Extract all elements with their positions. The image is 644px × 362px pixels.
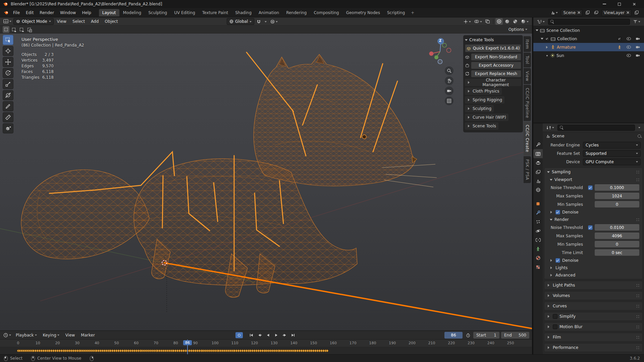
timeline-menu-playback[interactable]: Playback (13, 332, 40, 339)
tool-add-cube-button[interactable] (3, 123, 13, 133)
properties-tab-world[interactable] (533, 185, 543, 194)
workspace-tab-modeling[interactable]: Modeling (120, 9, 145, 16)
menu-window[interactable]: Window (57, 9, 79, 16)
hide-eye-icon[interactable] (627, 46, 631, 49)
playhead[interactable]: 86 (187, 340, 188, 354)
denoise-checkbox[interactable] (555, 210, 560, 215)
simplify-checkbox[interactable] (553, 314, 557, 319)
properties-tab-render[interactable] (533, 149, 543, 158)
shading-wireframe-button[interactable] (495, 18, 503, 25)
performance-header[interactable]: Performance (544, 344, 642, 352)
menu-help[interactable]: Help (79, 9, 94, 16)
sampling-panel-header[interactable]: Sampling (544, 168, 642, 176)
properties-tab-material[interactable] (533, 253, 543, 262)
sidebar-tab-psk-psa[interactable]: PSK / PSA (524, 156, 531, 183)
properties-tab-constraints[interactable] (533, 235, 543, 244)
play-button[interactable] (273, 332, 280, 338)
advanced-subpanel-header[interactable]: Advanced (544, 272, 642, 279)
navigation-gizmo[interactable]: Z (426, 36, 454, 64)
transform-orientation-dropdown[interactable]: Global (227, 18, 254, 25)
menu-select[interactable]: Select (70, 18, 88, 25)
timeline-menu-view[interactable]: View (63, 332, 77, 339)
mode-dropdown[interactable]: Object Mode (13, 18, 54, 25)
editor-type-button[interactable] (2, 18, 13, 25)
drag-grip-icon[interactable] (636, 325, 640, 329)
outliner-row-collection[interactable]: Collection (533, 35, 644, 43)
timeline-ruler[interactable]: 0102030405060708090100110120130140150160… (0, 340, 532, 347)
select-mode-set-button[interactable] (3, 26, 9, 33)
xray-toggle[interactable] (484, 18, 491, 25)
sidebar-tab-item[interactable]: Item (524, 36, 531, 52)
menu-file[interactable]: File (10, 9, 23, 16)
properties-editor-type-button[interactable] (545, 124, 555, 131)
current-frame-field[interactable]: 86 (444, 332, 463, 339)
snapping-dropdown[interactable] (263, 18, 268, 25)
jump-to-end-button[interactable] (289, 332, 297, 338)
outliner-search[interactable] (548, 19, 630, 25)
menu-render[interactable]: Render (37, 9, 57, 16)
toggle-ortho-button[interactable] (445, 97, 453, 105)
time-limit-field[interactable]: 0 sec (595, 249, 639, 256)
viewport-denoise-header[interactable]: Denoise (544, 208, 642, 216)
add-workspace-button[interactable]: + (409, 9, 417, 16)
properties-search-input[interactable] (566, 125, 633, 130)
render-engine-dropdown[interactable]: Cycles (583, 142, 641, 148)
drag-grip-icon[interactable] (636, 294, 640, 298)
properties-tab-object[interactable] (533, 199, 543, 208)
min-samples-field[interactable]: 0 (595, 201, 639, 207)
drag-grip-icon[interactable] (636, 170, 640, 174)
browse-scene-button[interactable] (549, 9, 559, 16)
keyframes-strip[interactable] (0, 347, 532, 355)
drag-grip-icon[interactable] (636, 346, 640, 350)
armature-data-icon[interactable] (618, 45, 622, 49)
sidebar-tab-view[interactable]: View (524, 68, 531, 84)
viewport-3d[interactable]: Object Mode View Select Add Object Globa… (0, 17, 532, 330)
gizmo-z-axis-label[interactable]: Z (439, 39, 441, 43)
tool-transform-button[interactable] (3, 90, 13, 100)
outliner-editor-type-button[interactable] (536, 18, 546, 25)
noise-threshold-checkbox[interactable] (588, 185, 593, 190)
outliner-search-input[interactable] (556, 19, 628, 24)
jump-to-start-button[interactable] (248, 332, 255, 338)
zoom-button[interactable] (445, 66, 453, 75)
shading-material-button[interactable] (512, 18, 519, 25)
denoise-checkbox[interactable] (555, 258, 560, 263)
select-mode-subtract-button[interactable] (18, 26, 25, 33)
disable-render-camera-icon[interactable] (636, 45, 640, 49)
shading-rendered-button[interactable] (520, 18, 530, 25)
workspace-tab-animation[interactable]: Animation (255, 9, 282, 16)
tool-annotate-button[interactable] (3, 101, 13, 111)
lights-subpanel-header[interactable]: Lights (544, 264, 642, 272)
select-mode-extend-button[interactable] (10, 26, 17, 33)
browse-viewlayer-button[interactable] (593, 9, 600, 16)
render-subpanel-header[interactable]: Render (544, 216, 642, 223)
disable-render-camera-icon[interactable] (636, 54, 640, 57)
volumes-header[interactable]: Volumes (544, 292, 642, 300)
workspace-tab-shading[interactable]: Shading (232, 9, 255, 16)
max-samples-field[interactable]: 4096 (595, 233, 639, 239)
unlink-viewlayer-icon[interactable] (626, 11, 629, 14)
select-mode-intersect-button[interactable] (26, 26, 33, 33)
light-paths-header[interactable]: Light Paths (544, 281, 642, 289)
outliner-row-scene-collection[interactable]: Scene Collection (533, 26, 644, 35)
scene-selector[interactable]: Scene (561, 9, 583, 16)
outliner-row-sun[interactable]: Sun (533, 51, 644, 60)
workspace-tab-texture-paint[interactable]: Texture Paint (199, 9, 231, 16)
outliner-filter-button[interactable] (632, 18, 642, 25)
hide-eye-icon[interactable] (627, 54, 631, 57)
timeline-menu-marker[interactable]: Marker (78, 332, 97, 339)
noise-threshold-field[interactable]: 0.1000 (595, 184, 639, 191)
timeline-editor-type-button[interactable] (2, 332, 12, 339)
outliner-row-armature[interactable]: Armature (533, 43, 644, 51)
render-denoise-header[interactable]: Denoise (544, 257, 642, 264)
sidebar-tab-ccic-pipeline[interactable]: CC/iC Pipeline (524, 85, 531, 121)
show-gizmo-dropdown[interactable] (462, 18, 472, 25)
properties-tab-output[interactable] (533, 158, 543, 167)
noise-threshold-checkbox[interactable] (588, 225, 593, 230)
unlink-scene-icon[interactable] (577, 11, 580, 14)
end-frame-field[interactable]: End500 (501, 332, 529, 339)
workspace-tab-sculpting[interactable]: Sculpting (145, 9, 170, 16)
section-spring-rigging[interactable]: Spring Rigging (465, 96, 504, 104)
add-viewlayer-button[interactable] (633, 9, 640, 16)
menu-object[interactable]: Object (102, 18, 120, 25)
